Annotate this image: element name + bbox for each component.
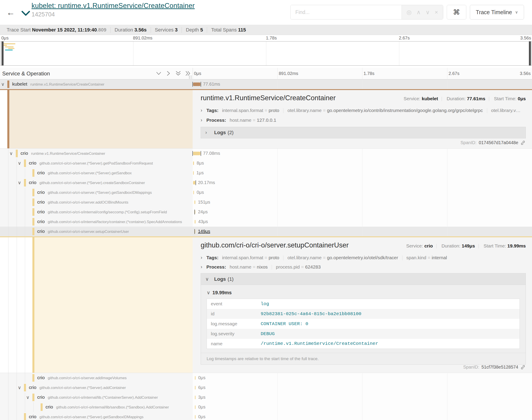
chevron-down-icon[interactable]: ∨ [18, 385, 21, 390]
span-name-cell[interactable]: criogithub.com/cri-o/cri-o/server.(*Serv… [0, 412, 193, 420]
span-name-cell[interactable]: criogithub.com/cri-o/cri-o/internal/fact… [0, 217, 193, 227]
span-timeline-cell[interactable]: 1μs [193, 168, 532, 178]
trace-minimap[interactable] [0, 41, 532, 66]
expand-one-icon[interactable] [165, 70, 172, 77]
span-row[interactable]: criogithub.com/cri-o/cri-o/server.(*Serv… [0, 188, 532, 197]
process-row[interactable]: › Process: host.name=nixosprocess.pid=62… [201, 263, 526, 271]
column-resizer[interactable] [189, 75, 191, 79]
span-row[interactable]: ∨criogithub.com/cri-o/cri-o/server.(*Ser… [0, 158, 532, 168]
collapse-one-icon[interactable] [155, 70, 162, 77]
span-duration-bar[interactable] [195, 396, 196, 399]
minimap-right-handle[interactable] [529, 42, 531, 65]
prev-result-icon[interactable]: ∧ [417, 9, 421, 16]
timeline-gridline [447, 383, 447, 392]
log-field-value: 92b82381-025c-4a64-815c-ba2e1bb08100 [257, 309, 520, 319]
link-icon[interactable] [520, 140, 525, 145]
span-timeline-cell[interactable]: 20.17ms [193, 178, 532, 188]
span-timeline-cell[interactable]: 0μs [193, 373, 532, 383]
span-row[interactable]: ∨criogithub.com/cri-o/cri-o/internal/lib… [0, 392, 532, 402]
span-name-cell[interactable]: ∨criogithub.com/cri-o/cri-o/server.(*Ser… [0, 158, 193, 168]
span-duration-bar[interactable] [195, 405, 196, 409]
span-name-cell[interactable]: ∨criogithub.com/cri-o/cri-o/internal/lib… [0, 392, 193, 402]
span-name-cell[interactable]: criogithub.com/cri-o/cri-o/server.addOCI… [0, 197, 193, 207]
chevron-down-icon[interactable]: ∨ [18, 161, 21, 166]
view-selector-button[interactable]: Trace Timeline ∨ [470, 5, 524, 19]
logs-accordion[interactable]: ∨ Logs (1) [201, 273, 526, 285]
service-color-strip [41, 403, 43, 411]
span-duration-bar[interactable] [193, 181, 195, 184]
span-timeline-cell[interactable]: 43μs [193, 217, 532, 227]
span-row[interactable]: criogithub.com/cri-o/cri-o/internal/fact… [0, 217, 532, 227]
span-duration-bar[interactable] [193, 171, 194, 175]
span-timeline-cell[interactable]: 0μs [193, 402, 532, 412]
span-duration-bar[interactable] [193, 82, 200, 86]
process-row[interactable]: › Process: host.name=127.0.0.1 [201, 115, 526, 125]
span-name-cell[interactable]: ∨criogithub.com/cri-o/cri-o/server.(*Ser… [0, 178, 193, 188]
span-row[interactable]: criogithub.com/cri-o/cri-o/server.(*Serv… [0, 168, 532, 178]
span-name-cell[interactable]: criogithub.com/cri-o/cri-o/server.(*Serv… [0, 188, 193, 197]
span-timeline-cell[interactable]: 0μs [193, 412, 532, 420]
span-timeline-cell[interactable]: 24μs [193, 207, 532, 217]
span-name-cell[interactable]: ∨kubeletruntime.v1.RuntimeService/Create… [0, 79, 193, 89]
span-timeline-cell[interactable]: 151μs [193, 197, 532, 207]
timeline-gridline [362, 178, 362, 188]
tags-row[interactable]: › Tags: internal.span.format=protootel.l… [201, 253, 526, 263]
span-row[interactable]: ∨criogithub.com/cri-o/cri-o/server.(*Ser… [0, 383, 532, 392]
log-entry-header[interactable]: ∨ 19.99ms [207, 288, 520, 297]
span-name-cell[interactable]: criogithub.com/cri-o/cri-o/server.(*Serv… [0, 168, 193, 178]
span-duration-bar[interactable] [193, 191, 194, 194]
detail-content: github.com/cri-o/cri-o/server.setupConta… [193, 237, 532, 373]
chevron-down-icon[interactable]: ∨ [1, 82, 4, 87]
locate-icon[interactable]: ◎ [407, 9, 412, 16]
span-row[interactable]: criogithub.com/cri-o/cri-o/server.(*Serv… [0, 412, 532, 420]
logs-accordion[interactable]: › Logs (2) [201, 127, 526, 138]
span-duration-bar[interactable] [195, 220, 196, 224]
span-timeline-cell[interactable]: 6μs [193, 383, 532, 392]
span-row[interactable]: ∨kubeletruntime.v1.RuntimeService/Create… [0, 79, 532, 89]
chevron-down-icon[interactable]: ∨ [18, 180, 21, 185]
collapse-trace-chevron[interactable] [20, 8, 31, 19]
span-name-cell[interactable]: criogithub.com/cri-o/cri-o/server.setupC… [0, 227, 193, 236]
span-row[interactable]: criogithub.com/cri-o/cri-o/server.addOCI… [0, 197, 532, 207]
keyboard-shortcuts-button[interactable]: ⌘ [447, 5, 466, 19]
chevron-down-icon[interactable]: ∨ [10, 151, 13, 156]
span-duration-bar[interactable] [193, 152, 200, 155]
trace-title-link[interactable]: kubelet: runtime.v1.RuntimeService/Creat… [31, 2, 195, 10]
span-duration-bar[interactable] [195, 386, 196, 390]
service-name: criogithub.com/cri-o/cri-o/server.(*Serv… [29, 180, 145, 185]
span-row[interactable]: ∨criogithub.com/cri-o/cri-o/server.(*Ser… [0, 178, 532, 188]
find-input[interactable] [291, 5, 402, 19]
span-timeline-cell[interactable]: 8μs [193, 158, 532, 168]
span-duration-bar[interactable] [195, 376, 196, 380]
span-row[interactable]: criogithub.com/cri-o/cri-o/server.addIma… [0, 373, 532, 383]
span-rows: ∨crioruntime.v1.RuntimeService/CreateCon… [0, 149, 532, 236]
tags-row[interactable]: › Tags: internal.span.format=protootel.l… [201, 105, 526, 115]
timeline-gridline [362, 197, 362, 207]
span-duration-bar[interactable] [195, 415, 196, 419]
chevron-down-icon[interactable]: ∨ [26, 395, 30, 400]
span-name-cell[interactable]: ∨criogithub.com/cri-o/cri-o/server.(*Ser… [0, 383, 193, 392]
next-result-icon[interactable]: ∨ [426, 9, 430, 16]
span-timeline-cell[interactable]: 149μs [193, 227, 532, 236]
clear-search-icon[interactable]: × [435, 9, 438, 16]
span-timeline-cell[interactable]: 0μs [193, 188, 532, 197]
span-duration-bar[interactable] [193, 162, 194, 165]
log-marker [192, 82, 193, 87]
collapse-all-icon[interactable] [175, 70, 182, 77]
span-timeline-cell[interactable]: 77.61ms [193, 79, 532, 89]
span-row[interactable]: ∨crioruntime.v1.RuntimeService/CreateCon… [0, 149, 532, 158]
span-name-cell[interactable]: criogithub.com/cri-o/cri-o/server.addIma… [0, 373, 193, 383]
span-timeline-cell[interactable]: 77.08ms [193, 149, 532, 158]
span-name-cell[interactable]: criogithub.com/cri-o/cri-o/internal/lib/… [0, 402, 193, 412]
operation-name: github.com/cri-o/cri-o/server.(*Server).… [40, 386, 126, 390]
back-button[interactable]: ← [4, 6, 17, 19]
span-row[interactable]: criogithub.com/cri-o/cri-o/server.setupC… [0, 227, 532, 236]
span-name-cell[interactable]: ∨crioruntime.v1.RuntimeService/CreateCon… [0, 149, 193, 158]
span-row[interactable]: criogithub.com/cri-o/cri-o/internal/conf… [0, 207, 532, 217]
link-icon[interactable] [520, 365, 525, 370]
span-row[interactable]: criogithub.com/cri-o/cri-o/internal/lib/… [0, 402, 532, 412]
span-name-cell[interactable]: criogithub.com/cri-o/cri-o/internal/conf… [0, 207, 193, 217]
span-timeline-cell[interactable]: 3μs [193, 392, 532, 402]
span-duration-bar[interactable] [194, 200, 195, 204]
minimap-left-handle[interactable] [1, 42, 3, 65]
